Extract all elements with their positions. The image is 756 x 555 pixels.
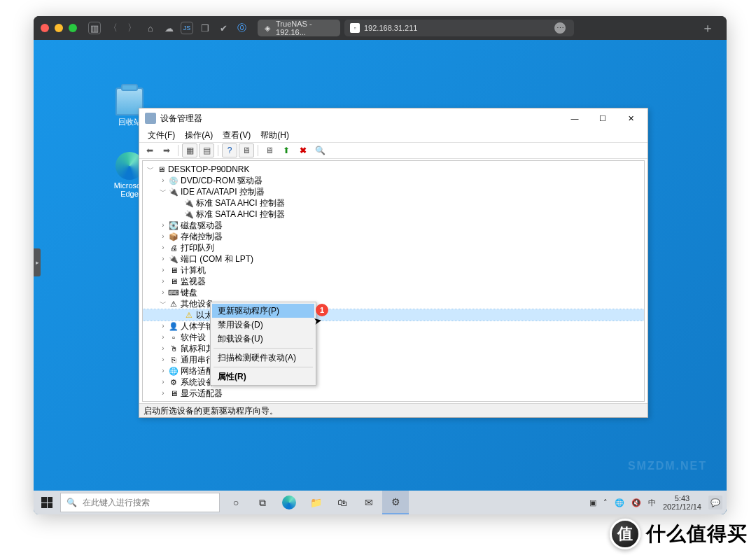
network-icon[interactable]: 🌐 xyxy=(615,498,624,507)
watermark-faint: SMZDM.NET xyxy=(628,460,707,472)
titlebar[interactable]: 设备管理器 — ☐ ✕ xyxy=(139,108,648,128)
tab-ip[interactable]: ▫ 192.168.31.211 ⋯ xyxy=(344,20,574,36)
hid-node[interactable]: 人体学输 xyxy=(181,321,214,332)
display-node[interactable]: 显示适配器 xyxy=(181,388,223,399)
edge-taskbar-icon[interactable] xyxy=(276,491,302,514)
tray-overflow-icon[interactable]: ▣ xyxy=(589,498,596,507)
menu-update-driver[interactable]: 更新驱动程序(P) 1 xyxy=(212,304,314,318)
vm-desktop: ▸ 回收站 Microsoft Edge 设备管理器 — ☐ ✕ 文件(F) 操 xyxy=(34,40,727,514)
root-node[interactable]: DESKTOP-P90DNRK xyxy=(168,164,249,175)
storage-icon: 📦 xyxy=(168,232,179,241)
forward-button[interactable]: ➡ xyxy=(159,143,174,157)
devmgr-taskbar-icon[interactable]: ⚙ xyxy=(382,491,409,514)
menu-action[interactable]: 操作(A) xyxy=(181,129,217,142)
ahci2-node[interactable]: 标准 SATA AHCI 控制器 xyxy=(196,209,285,220)
monitor-icon: 🖥 xyxy=(168,276,179,286)
check-icon[interactable]: ✔ xyxy=(217,22,230,34)
toolbar: ⬅ ➡ ▦ ▤ ? 🖥 🖥 ⬆ ✖ 🔍 xyxy=(139,142,648,159)
smzdm-watermark: 值 什么值得买 xyxy=(610,519,748,549)
keyboard-node[interactable]: 键盘 xyxy=(181,287,197,298)
volume-icon[interactable]: 🔇 xyxy=(631,498,641,507)
dvd-icon: 💿 xyxy=(168,176,179,185)
menu-disable-device[interactable]: 禁用设备(D) xyxy=(212,318,314,332)
ahci1-node[interactable]: 标准 SATA AHCI 控制器 xyxy=(196,197,285,209)
usb-node[interactable]: 通用串行 xyxy=(181,354,214,365)
clock-time: 5:43 xyxy=(663,494,701,503)
enable-button[interactable]: ⬆ xyxy=(279,143,294,157)
tab-label: TrueNAS - 192.16... xyxy=(276,20,335,36)
update-driver-button[interactable]: 🖥 xyxy=(262,143,277,157)
traffic-lights xyxy=(41,24,77,32)
back-icon[interactable]: 〈 xyxy=(106,22,120,34)
maximize-icon[interactable] xyxy=(69,24,77,32)
minimize-icon[interactable] xyxy=(55,24,63,32)
close-icon[interactable] xyxy=(41,24,49,32)
menu-file[interactable]: 文件(F) xyxy=(144,129,179,142)
computer-node[interactable]: 计算机 xyxy=(181,265,206,276)
menu-scan-hardware[interactable]: 扫描检测硬件改动(A) xyxy=(212,351,314,365)
menu-help[interactable]: 帮助(H) xyxy=(256,129,293,142)
show-hide-button[interactable]: ▦ xyxy=(182,143,197,157)
mouse-node[interactable]: 鼠标和其 xyxy=(181,343,214,354)
menubar: 文件(F) 操作(A) 查看(V) 帮助(H) xyxy=(139,128,648,142)
annotation-badge: 1 xyxy=(316,304,328,316)
tray-up-icon[interactable]: ˄ xyxy=(603,498,608,507)
page-icon: ▫ xyxy=(350,23,360,33)
tab-bar: ◈ TrueNAS - 192.16... ▫ 192.168.31.211 ⋯ xyxy=(258,20,690,36)
dvd-node[interactable]: DVD/CD-ROM 驱动器 xyxy=(181,175,262,186)
net-icon: 🌐 xyxy=(168,366,179,376)
mac-toolbar: ▥ 〈 〉 ⌂ ☁ JS ❒ ✔ ⓪ ◈ TrueNAS - 192.16...… xyxy=(34,16,727,40)
onepass-icon[interactable]: ⓪ xyxy=(235,22,248,34)
cloud-icon[interactable]: ☁ xyxy=(162,22,175,34)
ports-node[interactable]: 端口 (COM 和 LPT) xyxy=(181,253,253,265)
sysdev-node[interactable]: 系统设备 xyxy=(181,377,214,388)
disk-node[interactable]: 磁盘驱动器 xyxy=(181,220,223,231)
cortana-icon[interactable]: ○ xyxy=(223,491,249,514)
scan-button[interactable]: 🖥 xyxy=(239,143,254,157)
clock[interactable]: 5:43 2021/12/14 xyxy=(663,494,701,511)
maximize-button[interactable]: ☐ xyxy=(589,110,617,127)
window-title: 设备管理器 xyxy=(160,113,202,125)
tab-menu-icon[interactable]: ⋯ xyxy=(554,22,566,34)
search-placeholder: 在此键入进行搜索 xyxy=(83,497,150,509)
menu-view[interactable]: 查看(V) xyxy=(218,129,255,142)
computer-icon: 🖥 xyxy=(155,164,167,174)
monitor-node[interactable]: 监视器 xyxy=(181,276,206,287)
notification-icon[interactable]: 💬 xyxy=(708,496,722,510)
menu-properties[interactable]: 属性(R) xyxy=(212,370,314,384)
task-view-icon[interactable]: ⧉ xyxy=(249,491,276,514)
print-node[interactable]: 打印队列 xyxy=(181,242,214,253)
net-node[interactable]: 网络适配 xyxy=(181,365,214,377)
mouse-icon: 🖱 xyxy=(168,344,179,353)
tab-truenas[interactable]: ◈ TrueNAS - 192.16... xyxy=(258,20,340,36)
soft-node[interactable]: 软件设 xyxy=(181,332,206,343)
minimize-button[interactable]: — xyxy=(561,110,589,127)
js-icon[interactable]: JS xyxy=(181,22,193,34)
uninstall-button[interactable]: ✖ xyxy=(295,143,311,157)
windows-logo-icon xyxy=(41,497,52,508)
store-icon[interactable]: 🛍 xyxy=(329,491,356,514)
mail-icon[interactable]: ✉ xyxy=(356,491,382,514)
cube-icon[interactable]: ❒ xyxy=(199,22,211,34)
other-icon: ⚠ xyxy=(168,299,179,309)
start-button[interactable] xyxy=(34,491,60,514)
soft-icon: ▫ xyxy=(168,332,179,342)
other-node[interactable]: 其他设备 xyxy=(181,298,214,309)
sidebar-icon[interactable]: ▥ xyxy=(88,22,101,34)
scan-hw-button[interactable]: 🔍 xyxy=(312,143,328,157)
back-button[interactable]: ⬅ xyxy=(142,143,158,157)
menu-uninstall-device[interactable]: 卸载设备(U) xyxy=(212,332,314,346)
taskbar-search[interactable]: 🔍 在此键入进行搜索 xyxy=(60,493,220,512)
storage-node[interactable]: 存储控制器 xyxy=(181,231,223,242)
new-tab-icon[interactable]: ＋ xyxy=(701,20,714,36)
help-button[interactable]: ? xyxy=(222,143,237,157)
explorer-icon[interactable]: 📁 xyxy=(302,491,329,514)
properties-button[interactable]: ▤ xyxy=(199,143,214,157)
forward-icon[interactable]: 〉 xyxy=(125,22,139,34)
side-handle[interactable]: ▸ xyxy=(34,248,41,276)
ide-node[interactable]: IDE ATA/ATAPI 控制器 xyxy=(181,186,265,197)
home-icon[interactable]: ⌂ xyxy=(144,22,157,34)
close-button[interactable]: ✕ xyxy=(617,110,645,127)
ime-indicator[interactable]: 中 xyxy=(648,498,656,508)
search-icon: 🔍 xyxy=(66,498,77,507)
